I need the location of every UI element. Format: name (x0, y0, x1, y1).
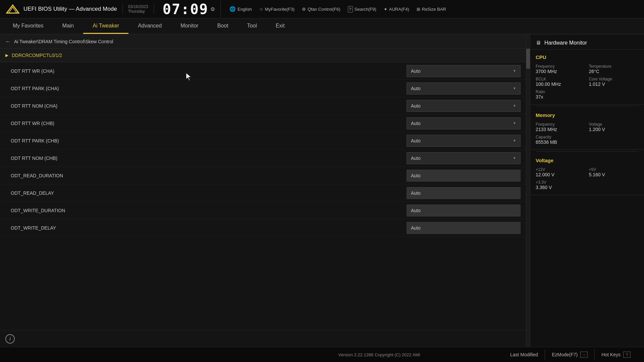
setting-value-9: Auto (411, 225, 421, 231)
nav-monitor[interactable]: Monitor (171, 18, 208, 34)
cpu-temperature-value: 26°C (589, 69, 639, 74)
sidebar-title-text: Hardware Monitor (544, 40, 587, 46)
setting-row-odt-rtt-nom-chb[interactable]: ODT RTT NOM (CHB) Auto ▼ (0, 149, 526, 167)
setting-dropdown-4[interactable]: Auto ▼ (407, 135, 521, 147)
volt-5v-label: +5V (589, 167, 639, 172)
tool-resize[interactable]: ⊞ ReSize BAR (417, 7, 446, 12)
setting-row-odt-rtt-park-cha[interactable]: ODT RTT PARK (CHA) Auto ▼ (0, 80, 526, 97)
volt-12v-item: +12V 12.000 V (536, 167, 586, 177)
cpu-ratio-label: Ratio (536, 89, 586, 94)
setting-value-4: Auto (411, 138, 421, 143)
ezmode-button[interactable]: EzMode(F7) → (545, 349, 595, 360)
settings-container[interactable]: ▶ DDRCRCOMPCTL0/1/2 ODT RTT WR (CHA) Aut… (0, 49, 526, 330)
ezmode-label: EzMode(F7) (552, 352, 578, 357)
fan-icon: ⚙ (302, 7, 306, 12)
globe-icon: 🌐 (229, 6, 236, 12)
setting-dropdown-3[interactable]: Auto ▼ (407, 117, 521, 129)
setting-plain-8[interactable]: Auto (407, 204, 521, 217)
setting-row-odt-rtt-nom-cha[interactable]: ODT RTT NOM (CHA) Auto ▼ (0, 97, 526, 115)
setting-dropdown-1[interactable]: Auto ▼ (407, 82, 521, 95)
setting-label-8: ODT_WRITE_DURATION (11, 208, 65, 213)
memory-section-title: Memory (536, 112, 639, 118)
tool-english[interactable]: 🌐 English (229, 6, 252, 12)
mem-capacity-item: Capacity 65536 MB (536, 135, 586, 145)
info-bar: i (0, 330, 526, 347)
setting-dropdown-2[interactable]: Auto ▼ (407, 100, 521, 112)
section-header[interactable]: ▶ DDRCRCOMPCTL0/1/2 (0, 49, 526, 62)
cpu-section-title: CPU (536, 54, 639, 60)
settings-icon[interactable]: ⚙ (210, 6, 215, 12)
nav-boot[interactable]: Boot (208, 18, 238, 34)
asus-logo (5, 4, 20, 14)
nav-advanced[interactable]: Advanced (128, 18, 171, 34)
time-display: 07:09 (163, 1, 208, 17)
voltage-section: Voltage +12V 12.000 V +5V 5.160 V +3.3V … (530, 153, 644, 195)
cpu-section: CPU Frequency 3700 MHz Temperature 26°C … (530, 50, 644, 105)
cpu-bclk-value: 100.00 MHz (536, 81, 586, 87)
dropdown-arrow-1: ▼ (513, 86, 516, 90)
dropdown-arrow-5: ▼ (513, 156, 516, 160)
nav-tool[interactable]: Tool (238, 18, 266, 34)
memory-section: Memory Frequency 2133 MHz Voltage 1.200 … (530, 108, 644, 150)
nav-main[interactable]: Main (53, 18, 84, 34)
hardware-monitor-sidebar: 🖥 Hardware Monitor CPU Frequency 3700 MH… (530, 35, 644, 347)
svg-marker-0 (7, 5, 19, 13)
mem-frequency-label: Frequency (536, 122, 586, 127)
scroll-thumb[interactable] (526, 49, 530, 69)
time-section: 07:09 ⚙ (163, 1, 221, 17)
section-expand-icon: ▶ (5, 53, 8, 58)
divider-2 (536, 151, 639, 152)
cpu-ratio-item: Ratio 37x (536, 89, 586, 100)
nav-exit[interactable]: Exit (266, 18, 294, 34)
sidebar-header: 🖥 Hardware Monitor (530, 35, 644, 50)
setting-value-2: Auto (411, 103, 421, 109)
back-arrow[interactable]: ← (5, 39, 11, 45)
mem-frequency-value: 2133 MHz (536, 127, 586, 132)
mem-frequency-item: Frequency 2133 MHz (536, 122, 586, 132)
setting-label-7: ODT_READ_DELAY (11, 190, 54, 196)
date-display: 03/16/2023 (128, 4, 148, 9)
setting-value-3: Auto (411, 121, 421, 126)
setting-row-odt-rtt-wr-cha[interactable]: ODT RTT WR (CHA) Auto ▼ (0, 62, 526, 80)
tool-aura[interactable]: ✦ AURA(F4) (384, 7, 409, 12)
setting-row-odt-read-duration[interactable]: ODT_READ_DURATION Auto (0, 167, 526, 184)
scrollbar[interactable] (526, 35, 530, 347)
setting-plain-9[interactable]: Auto (407, 222, 521, 234)
setting-row-odt-read-delay[interactable]: ODT_READ_DELAY Auto (0, 184, 526, 202)
footer: Version 2.22.1286 Copyright (C) 2022 AMI… (0, 347, 644, 362)
info-icon[interactable]: i (5, 334, 15, 344)
last-modified-button[interactable]: Last Modified (503, 349, 545, 360)
setting-row-odt-write-delay[interactable]: ODT_WRITE_DELAY Auto (0, 219, 526, 237)
last-modified-label: Last Modified (510, 352, 538, 357)
cpu-frequency-value: 3700 MHz (536, 69, 586, 74)
setting-row-odt-write-duration[interactable]: ODT_WRITE_DURATION Auto (0, 202, 526, 219)
tool-qfan[interactable]: ⚙ Qfan Control(F6) (302, 7, 340, 12)
setting-label-5: ODT RTT NOM (CHB) (11, 156, 57, 161)
setting-value-1: Auto (411, 86, 421, 91)
nav-aitweaker[interactable]: Ai Tweaker (83, 18, 128, 34)
nav-favorites[interactable]: My Favorites (3, 18, 53, 34)
setting-row-odt-rtt-park-chb[interactable]: ODT RTT PARK (CHB) Auto ▼ (0, 132, 526, 149)
hotkeys-label: Hot Keys (601, 352, 621, 357)
datetime-section: 03/16/2023 Thursday (128, 4, 154, 14)
setting-label-9: ODT_WRITE_DELAY (11, 225, 56, 231)
cpu-temperature-item: Temperature 26°C (589, 64, 639, 74)
tool-search[interactable]: ? Search(F9) (348, 6, 376, 12)
cpu-corevoltage-item: Core Voltage 1.012 V (589, 77, 639, 87)
setting-plain-6[interactable]: Auto (407, 170, 521, 182)
setting-plain-7[interactable]: Auto (407, 187, 521, 199)
setting-row-odt-rtt-wr-chb[interactable]: ODT RTT WR (CHB) Auto ▼ (0, 115, 526, 132)
setting-dropdown-0[interactable]: Auto ▼ (407, 65, 521, 77)
top-bar: UEFI BIOS Utility — Advanced Mode 03/16/… (0, 0, 644, 18)
hotkeys-icon: ? (623, 352, 631, 358)
volt-33v-item: +3.3V 3.360 V (536, 180, 586, 190)
hotkeys-button[interactable]: Hot Keys ? (595, 349, 637, 360)
cpu-grid: Frequency 3700 MHz Temperature 26°C BCLK… (536, 64, 639, 100)
volt-33v-label: +3.3V (536, 180, 586, 185)
tool-myfavorite[interactable]: ☆ MyFavorite(F3) (259, 7, 294, 12)
section-title: DDRCRCOMPCTL0/1/2 (12, 53, 62, 58)
setting-dropdown-5[interactable]: Auto ▼ (407, 152, 521, 164)
setting-value-5: Auto (411, 156, 421, 161)
volt-12v-value: 12.000 V (536, 172, 586, 177)
dropdown-arrow-0: ▼ (513, 69, 516, 73)
